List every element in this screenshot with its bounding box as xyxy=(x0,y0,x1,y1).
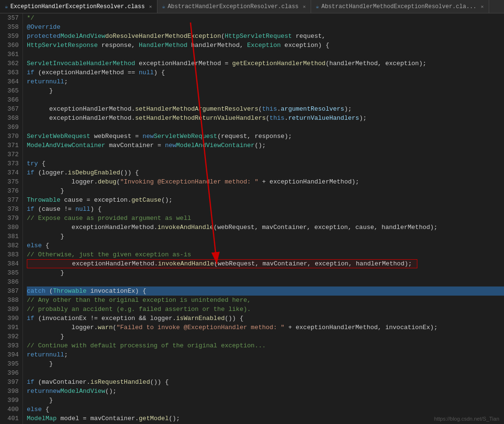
code-line-391: logger.warn("Failed to invoke @Exception… xyxy=(27,323,504,332)
line-num-378: 378 xyxy=(4,205,19,214)
code-line-376: } xyxy=(27,186,504,195)
code-line-378: if (cause != null) { xyxy=(27,205,504,214)
code-line-362: ServletInvocableHandlerMethod exceptionH… xyxy=(27,59,504,68)
line-num-389: 389 xyxy=(4,305,19,314)
code-line-369 xyxy=(27,123,504,132)
code-line-388: // Any other than the original exception… xyxy=(27,296,504,305)
line-num-370: 370 xyxy=(4,132,19,141)
code-line-387: catch (Throwable invocationEx) { xyxy=(27,286,504,296)
tab-close-2[interactable]: ✕ xyxy=(303,4,306,10)
code-line-395: } xyxy=(27,359,504,368)
tab-abstract-method[interactable]: ☕ AbstractHandlerMethodExceptionResolver… xyxy=(311,0,489,13)
code-line-365: } xyxy=(27,86,504,95)
tab-label-3: AbstractHandlerMethodExceptionResolver.c… xyxy=(321,3,476,10)
code-line-396 xyxy=(27,368,504,378)
line-num-367: 367 xyxy=(4,104,19,114)
line-num-386: 386 xyxy=(4,277,19,286)
tab-abstract-handler[interactable]: ☕ AbstractHandlerExceptionResolver.class… xyxy=(157,0,311,13)
code-line-358: @Override xyxy=(27,23,504,32)
line-num-375: 375 xyxy=(4,177,19,186)
code-line-363: if (exceptionHandlerMethod == null) { xyxy=(27,68,504,77)
line-num-391: 391 xyxy=(4,323,19,332)
line-num-363: 363 xyxy=(4,68,19,77)
code-line-384: exceptionHandlerMethod.invokeAndHandle(w… xyxy=(27,259,417,268)
line-num-387: 387 xyxy=(4,286,19,296)
line-num-382: 382 xyxy=(4,241,19,250)
code-line-393: // Continue with default processing of t… xyxy=(27,341,504,350)
tab-close-3[interactable]: ✕ xyxy=(481,4,484,10)
line-num-362: 362 xyxy=(4,59,19,68)
line-num-364: 364 xyxy=(4,77,19,86)
code-line-386 xyxy=(27,277,504,286)
code-line-390: if (invocationEx != exception && logger.… xyxy=(27,314,504,323)
tab-exception-handler[interactable]: ☕ ExceptionHandlerExceptionResolver.clas… xyxy=(0,0,157,13)
line-num-365: 365 xyxy=(4,86,19,95)
code-line-364: return null; xyxy=(27,77,504,86)
line-num-380: 380 xyxy=(4,223,19,232)
line-num-368: 368 xyxy=(4,114,19,123)
line-num-388: 388 xyxy=(4,296,19,305)
line-num-373: 373 xyxy=(4,159,19,168)
line-num-366: 366 xyxy=(4,95,19,104)
line-num-361: 361 xyxy=(4,50,19,59)
code-line-400: else { xyxy=(27,405,504,414)
code-line-379: // Expose cause as provided argument as … xyxy=(27,214,504,223)
code-line-399: } xyxy=(27,396,504,405)
code-line-370: ServletWebRequest webRequest = new Servl… xyxy=(27,132,504,141)
line-num-372: 372 xyxy=(4,150,19,159)
code-line-371: ModelAndViewContainer mavContainer = new… xyxy=(27,141,504,150)
line-numbers: 3573583593603613623633643653663673683693… xyxy=(0,13,23,424)
line-num-359: 359 xyxy=(4,32,19,41)
code-line-373: try { xyxy=(27,159,504,168)
code-line-357: */ xyxy=(27,13,504,23)
tab-icon-3: ☕ xyxy=(316,3,319,10)
code-line-361 xyxy=(27,50,504,59)
code-line-385: } xyxy=(27,268,504,277)
code-line-372 xyxy=(27,150,504,159)
code-line-374: if (logger.isDebugEnabled()) { xyxy=(27,168,504,177)
code-line-389: // probably an accident (e.g. failed ass… xyxy=(27,305,504,314)
line-num-396: 396 xyxy=(4,368,19,378)
code-line-377: Throwable cause = exception.getCause(); xyxy=(27,195,504,205)
line-num-376: 376 xyxy=(4,186,19,195)
code-line-381: } xyxy=(27,232,504,241)
line-num-392: 392 xyxy=(4,332,19,341)
watermark: https://blog.csdn.net/S_Tian xyxy=(434,416,499,422)
code-content[interactable]: */ @Override protected ModelAndView doRe… xyxy=(23,13,504,424)
line-num-374: 374 xyxy=(4,168,19,177)
line-num-385: 385 xyxy=(4,268,19,277)
tab-bar: ☕ ExceptionHandlerExceptionResolver.clas… xyxy=(0,0,504,13)
line-num-390: 390 xyxy=(4,314,19,323)
tab-icon-1: ☕ xyxy=(5,3,8,10)
code-line-397: if (mavContainer.isRequestHandled()) { xyxy=(27,378,504,387)
line-num-381: 381 xyxy=(4,232,19,241)
tab-close-1[interactable]: ✕ xyxy=(149,4,152,10)
code-line-367: exceptionHandlerMethod.setHandlerMethodA… xyxy=(27,104,504,114)
line-num-383: 383 xyxy=(4,250,19,259)
line-num-399: 399 xyxy=(4,396,19,405)
line-num-379: 379 xyxy=(4,214,19,223)
line-num-360: 360 xyxy=(4,41,19,50)
line-num-400: 400 xyxy=(4,405,19,414)
code-line-359: protected ModelAndView doResolveHandlerM… xyxy=(27,32,504,41)
tab-label-2: AbstractHandlerExceptionResolver.class xyxy=(168,3,299,10)
line-num-384: 384 xyxy=(4,259,19,268)
line-num-358: 358 xyxy=(4,23,19,32)
code-line-382: else { xyxy=(27,241,504,250)
code-line-375: logger.debug("Invoking @ExceptionHandler… xyxy=(27,177,504,186)
line-num-377: 377 xyxy=(4,195,19,205)
line-num-401: 401 xyxy=(4,414,19,423)
code-line-392: } xyxy=(27,332,504,341)
line-num-371: 371 xyxy=(4,141,19,150)
line-num-393: 393 xyxy=(4,341,19,350)
line-num-394: 394 xyxy=(4,350,19,359)
code-line-394: return null; xyxy=(27,350,504,359)
line-num-369: 369 xyxy=(4,123,19,132)
tab-icon-2: ☕ xyxy=(162,3,166,10)
code-line-398: return new ModelAndView(); xyxy=(27,387,504,396)
line-num-397: 397 xyxy=(4,378,19,387)
line-num-357: 357 xyxy=(4,13,19,23)
code-line-360: HttpServletResponse response, HandlerMet… xyxy=(27,41,504,50)
code-line-368: exceptionHandlerMethod.setHandlerMethodR… xyxy=(27,114,504,123)
code-line-366 xyxy=(27,95,504,104)
